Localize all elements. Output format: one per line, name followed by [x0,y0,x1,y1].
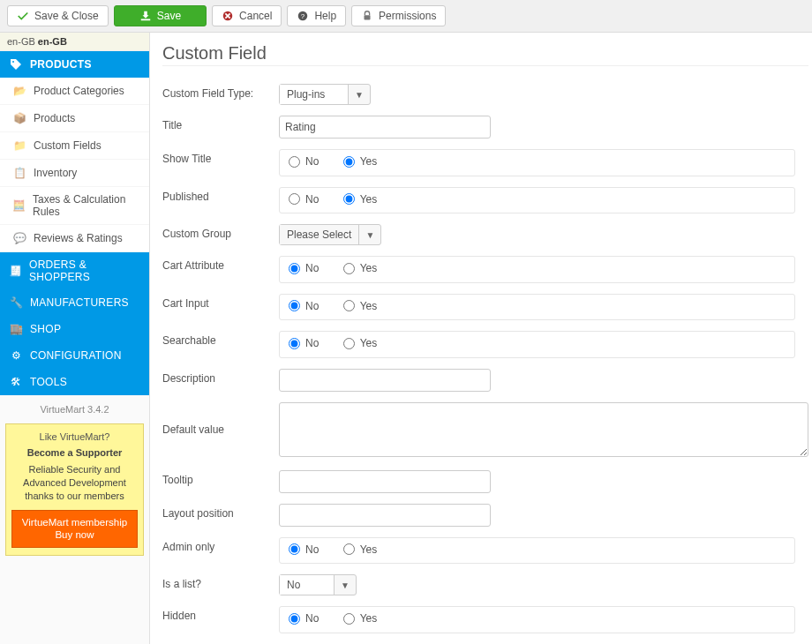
sidebar-section-configuration[interactable]: ⚙ CONFIGURATION [0,342,149,369]
cancel-button[interactable]: Cancel [212,5,282,26]
section-label: MANUFACTURERS [30,296,129,309]
select-value: No [280,575,335,595]
select-value: Plug-ins [280,85,349,104]
radio-cart-attribute-no[interactable]: No [289,262,319,274]
select-custom-field-type[interactable]: Plug-ins ▼ [279,84,371,105]
nav-label: Reviews & Ratings [34,232,123,244]
main: Custom Field Custom Field Type: Plug-ins… [150,33,812,644]
radio-searchable-yes[interactable]: Yes [343,337,378,349]
sidebar-item-reviews[interactable]: 💬 Reviews & Ratings [0,225,149,252]
svg-rect-0 [140,19,150,21]
chat-icon: 💬 [12,231,26,245]
label-show-title: Show Title [162,149,279,165]
label-is-a-list: Is a list? [162,574,279,590]
sidebar-section-products[interactable]: PRODUCTS [0,51,149,78]
radio-searchable: No Yes [279,331,795,358]
sidebar-section-shop[interactable]: 🏬 SHOP [0,316,149,342]
radio-label: No [305,543,319,556]
radio-label: Yes [360,193,378,206]
radio-label: Yes [360,262,378,274]
check-icon [17,10,29,22]
help-button[interactable]: ? Help [287,5,346,26]
textarea-default-value[interactable] [279,402,808,457]
nav-label: Product Categories [34,85,124,97]
sidebar-item-inventory[interactable]: 📋 Inventory [0,160,149,187]
sidebar-section-manufacturers[interactable]: 🔧 MANUFACTURERS [0,289,149,316]
input-description[interactable] [279,369,491,392]
permissions-button[interactable]: Permissions [351,5,446,26]
radio-searchable-no[interactable]: No [289,337,319,349]
permissions-label: Permissions [379,10,436,22]
label-tooltip: Tooltip [162,470,279,486]
section-label: ORDERS & SHOPPERS [29,258,140,283]
wrench-icon: 🔧 [9,296,23,310]
promo-buy-button[interactable]: VirtueMart membership Buy now [11,510,138,549]
radio-cart-input-no[interactable]: No [289,300,319,312]
label-published: Published [162,187,279,203]
page-title: Custom Field [162,43,808,66]
section-label: TOOLS [30,376,67,388]
promo-line3: Reliable Security and Advanced Developme… [11,463,138,503]
save-button[interactable]: Save [114,5,207,26]
radio-label: Yes [360,155,378,168]
box-icon: 📦 [12,111,26,125]
radio-hidden-yes[interactable]: Yes [343,612,378,625]
sidebar-section-orders[interactable]: 🧾 ORDERS & SHOPPERS [0,252,149,289]
sidebar-item-products[interactable]: 📦 Products [0,105,149,132]
radio-hidden: No Yes [279,606,795,633]
input-title[interactable] [279,116,491,139]
select-custom-group[interactable]: Please Select ▼ [279,224,381,245]
chevron-down-icon: ▼ [349,86,370,103]
radio-label: Yes [360,337,378,349]
radio-label: No [305,337,319,349]
sidebar-item-product-categories[interactable]: 📂 Product Categories [0,78,149,105]
label-layout-position: Layout position [162,504,279,520]
label-admin-only: Admin only [162,537,279,553]
radio-published-yes[interactable]: Yes [343,193,378,206]
categories-icon: 📂 [12,84,26,98]
chevron-down-icon: ▼ [335,577,356,594]
label-cart-attribute: Cart Attribute [162,256,279,272]
radio-show-title-no[interactable]: No [289,155,319,168]
label-custom-group: Custom Group [162,224,279,240]
nav-label: Custom Fields [34,139,102,152]
save-label: Save [157,10,181,22]
radio-label: No [305,262,319,274]
save-close-button[interactable]: Save & Close [7,5,109,26]
vm-version: VirtueMart 3.4.2 [0,395,149,420]
radio-hidden-no[interactable]: No [289,612,319,625]
sidebar-item-taxes[interactable]: 🧮 Taxes & Calculation Rules [0,187,149,225]
input-tooltip[interactable] [279,470,491,493]
sidebar-item-custom-fields[interactable]: 📁 Custom Fields [0,132,149,160]
label-cart-input: Cart Input [162,294,279,310]
radio-published: No Yes [279,187,795,214]
help-label: Help [314,10,336,22]
radio-published-no[interactable]: No [289,193,319,206]
radio-cart-input-yes[interactable]: Yes [343,300,378,312]
radio-cart-input: No Yes [279,294,795,321]
radio-show-title-yes[interactable]: Yes [343,155,378,168]
radio-cart-attribute-yes[interactable]: Yes [343,262,378,274]
gear-icon: ⚙ [9,348,23,363]
svg-rect-4 [365,15,371,19]
sidebar: en-GB en-GB PRODUCTS 📂 Product Categorie… [0,33,150,644]
help-icon: ? [297,10,309,22]
chevron-down-icon: ▼ [359,227,380,243]
cancel-icon [222,10,234,22]
label-hidden: Hidden [162,606,279,622]
radio-admin-only-no[interactable]: No [289,543,319,556]
label-description: Description [162,369,279,385]
sidebar-section-tools[interactable]: 🛠 TOOLS [0,369,149,395]
radio-label: Yes [360,612,378,625]
label-title: Title [162,116,279,131]
promo-line1: Like VirtueMart? [11,431,138,442]
toolbar: Save & Close Save Cancel ? Help Permissi… [0,0,812,33]
locale-label: en-GB [38,36,67,47]
input-layout-position[interactable] [279,504,491,527]
radio-label: Yes [360,300,378,312]
shop-icon: 🏬 [9,322,23,336]
select-is-a-list[interactable]: No ▼ [279,574,357,595]
users-icon: 🧾 [9,264,22,278]
label-default-value: Default value [162,402,279,436]
radio-admin-only-yes[interactable]: Yes [343,543,378,556]
